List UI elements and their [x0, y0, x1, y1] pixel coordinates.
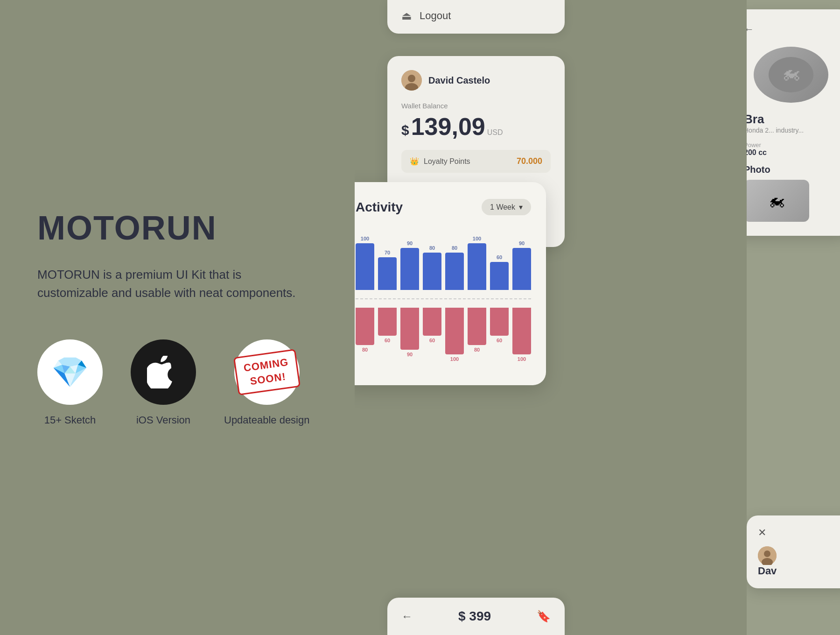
svg-point-12 [764, 550, 770, 557]
coming-soon-line2: SOON! [249, 371, 287, 388]
red-bar-col: 60 [490, 308, 509, 343]
loyalty-left: 👑 Loyalty Points [410, 157, 470, 166]
blue-bar-col: 90 [512, 240, 531, 290]
blue-bar-col: 60 [490, 254, 509, 290]
product-price: $ 399 [458, 609, 491, 624]
back-arrow-icon[interactable]: ← [401, 610, 413, 623]
blue-bar-col: 80 [423, 245, 441, 290]
ios-icon-circle [131, 339, 196, 405]
red-bar [378, 308, 397, 336]
logout-card: ⏏ Logout [387, 0, 565, 34]
wallet-balance-label: Wallet Balance [401, 102, 551, 110]
red-bar [445, 308, 464, 354]
red-bar-value-label: 100 [518, 356, 526, 362]
blue-bar-col: 70 [378, 250, 397, 290]
red-bar-value-label: 60 [385, 338, 390, 343]
activity-card: Activity 1 Week ▾ 100709080801006090 806… [355, 182, 546, 385]
left-section: MOTORUN MOTORUN is a premium UI Kit that… [0, 0, 355, 635]
red-bar-value-label: 60 [497, 338, 502, 343]
red-bar [423, 308, 441, 336]
red-bar-value-label: 100 [450, 356, 459, 362]
day-user-avatar [758, 546, 777, 565]
blue-bar-col: 100 [468, 236, 486, 290]
sketch-feature: 💎 15+ Sketch [37, 339, 103, 426]
red-bar-col: 60 [423, 308, 441, 343]
back-arrow-btn[interactable]: ← [747, 23, 838, 35]
bar-value-label: 60 [497, 254, 502, 260]
sketch-label: 15+ Sketch [44, 414, 96, 426]
red-bar [356, 308, 374, 345]
red-bar [400, 308, 419, 350]
close-button[interactable]: ✕ [758, 527, 840, 539]
coming-soon-badge: COMING SOON! [233, 349, 301, 395]
wallet-amount: $ 139,09 USD [401, 113, 551, 141]
blue-bar [468, 243, 486, 290]
bookmark-icon[interactable]: 🔖 [537, 610, 551, 623]
logout-icon: ⏏ [401, 9, 412, 22]
updateable-label: Updateable design [224, 414, 309, 426]
red-bar [512, 308, 531, 354]
blue-bar [423, 253, 441, 290]
bar-value-label: 70 [385, 250, 390, 255]
blue-bar [400, 248, 419, 290]
week-selector[interactable]: 1 Week ▾ [482, 199, 531, 215]
loyalty-label: Loyalty Points [424, 157, 470, 166]
bar-value-label: 90 [519, 240, 525, 246]
user-row: David Castelo [401, 70, 551, 91]
blue-bar [378, 257, 397, 290]
blue-bar-col: 100 [356, 236, 374, 290]
power-label: Power [747, 141, 838, 148]
red-bar-col: 100 [445, 308, 464, 362]
user-name: David Castelo [428, 75, 490, 86]
brand-sublabel: Honda 2... industry... [747, 127, 838, 134]
blue-bar-col: 90 [400, 240, 419, 290]
red-bar [490, 308, 509, 336]
day-user-label: Dav [758, 565, 840, 577]
apple-icon [147, 356, 180, 388]
red-bar-col: 90 [400, 308, 419, 357]
red-bar-value-label: 80 [362, 347, 368, 353]
bar-value-label: 80 [429, 245, 435, 251]
coming-soon-feature: COMING SOON! Updateable design [224, 339, 309, 426]
brand-description: MOTORUN is a premium UI Kit that is cust… [37, 266, 299, 302]
week-label: 1 Week [490, 203, 515, 212]
bar-value-label: 90 [407, 240, 413, 246]
chart-area: 100709080801006090 806090601008060100 [356, 229, 531, 368]
loyalty-value: 70.000 [517, 156, 542, 166]
chart-divider [356, 298, 531, 299]
right-user-card: ✕ Dav [747, 515, 840, 588]
far-right-panel: ← 🏍 Bra Honda 2... industry... Power 200… [747, 0, 840, 635]
loyalty-row: 👑 Loyalty Points 70.000 [401, 150, 551, 173]
red-bar-col: 80 [356, 308, 374, 353]
crown-icon: 👑 [410, 157, 419, 166]
blue-bars: 100709080801006090 [356, 229, 531, 290]
sketch-emoji: 💎 [51, 355, 89, 390]
moto-photo: 🏍 [747, 180, 809, 222]
blue-bar [512, 248, 531, 290]
blue-bar [490, 262, 509, 290]
red-bar-col: 100 [512, 308, 531, 362]
bottom-price-card: ← $ 399 🔖 [387, 598, 565, 635]
ios-feature: iOS Version [131, 339, 196, 426]
red-bar [468, 308, 486, 345]
blue-bar [445, 253, 464, 290]
balance-value: 139,09 [411, 113, 485, 141]
bar-value-label: 100 [473, 236, 481, 241]
blue-bar [356, 243, 374, 290]
coming-soon-icon-circle: COMING SOON! [234, 339, 300, 405]
chevron-down-icon: ▾ [519, 203, 523, 212]
brand-name: Bra [747, 112, 838, 127]
moto-image: 🏍 [754, 47, 828, 103]
red-bar-value-label: 60 [429, 338, 435, 343]
power-value: 200 cc [747, 148, 838, 157]
red-bar-value-label: 90 [407, 352, 413, 357]
red-bar-value-label: 80 [474, 347, 480, 353]
red-bar-col: 80 [468, 308, 486, 353]
ios-label: iOS Version [136, 414, 190, 426]
brand-title: MOTORUN [37, 209, 317, 247]
svg-text:🏍: 🏍 [782, 63, 800, 83]
right-detail-card: ← 🏍 Bra Honda 2... industry... Power 200… [747, 9, 840, 236]
red-bars: 806090601008060100 [356, 308, 531, 368]
activity-header: Activity 1 Week ▾ [356, 199, 531, 215]
logout-label[interactable]: Logout [420, 10, 451, 22]
